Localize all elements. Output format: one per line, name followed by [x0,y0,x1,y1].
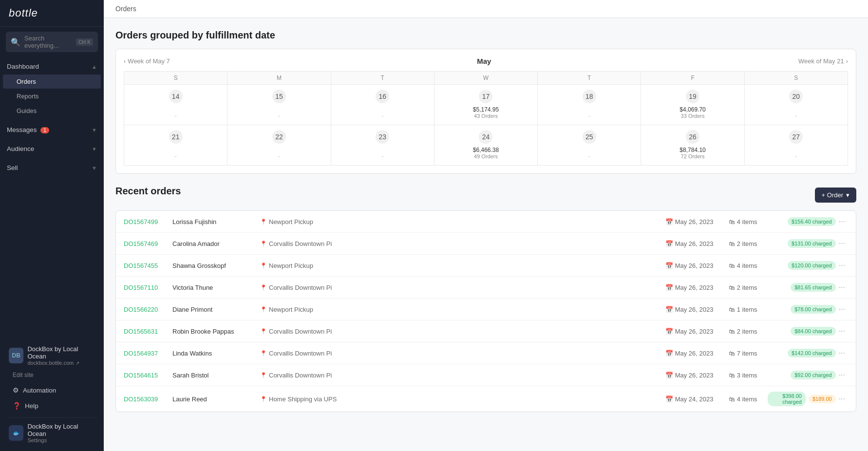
order-id[interactable]: DO1567499 [124,218,172,226]
table-row[interactable]: DO1567469 Carolina Amador 📍Corvallis Dow… [116,233,856,255]
audience-nav-header[interactable]: Audience ▼ [0,141,104,156]
calendar-day-21[interactable]: 21 - [124,125,227,166]
status-badge: $120.00 charged [788,261,836,270]
bag-icon: 🛍 [729,240,735,247]
main-content: Orders Orders grouped by fulfillment dat… [104,0,868,451]
order-id[interactable]: DO1566220 [124,306,172,313]
table-row[interactable]: DO1564937 Linda Watkins 📍Corvallis Downt… [116,342,856,364]
calendar-day-22[interactable]: 22 - [227,125,331,166]
site-name: DockBox by Local Ocean [27,345,95,360]
sell-nav-header[interactable]: Sell ▼ [0,160,104,175]
calendar-day-24[interactable]: 24 $6,466.38 49 Orders [434,125,538,166]
dashboard-section: Dashboard ▲ Orders Reports Guides [0,57,104,120]
edit-site-link[interactable]: Edit site [6,370,98,382]
order-id[interactable]: DO1567110 [124,284,172,291]
order-menu-btn[interactable]: ··· [836,326,848,337]
calendar-title: Orders grouped by fulfillment date [115,30,856,41]
calendar-icon: 📅 [665,284,673,291]
calendar-day-26[interactable]: 26 $8,784.10 72 Orders [641,125,744,166]
settings-section[interactable]: 🐟 DockBox by Local Ocean Settings [6,417,98,447]
calendar-day-19[interactable]: 19 $4,069.70 33 Orders [641,85,744,125]
site-icon: DB [9,348,23,363]
order-items: 🛍7 items [729,350,768,357]
settings-site-name: DockBox by Local Ocean [27,423,95,437]
sidebar-item-orders[interactable]: Orders [3,75,101,89]
calendar-day-15[interactable]: 15 - [227,85,331,125]
order-menu-btn[interactable]: ··· [836,282,848,293]
help-label: Help [25,402,38,410]
order-menu-btn[interactable]: ··· [836,394,848,404]
calendar-day-23[interactable]: 23 - [331,125,434,166]
calendar-icon: 📅 [665,350,673,357]
prev-week-btn[interactable]: ‹ Week of May 7 [124,57,170,65]
order-id[interactable]: DO1567455 [124,262,172,269]
day-header-s1: S [124,72,227,85]
order-menu-btn[interactable]: ··· [836,304,848,315]
calendar-month: May [477,57,491,65]
order-menu-btn[interactable]: ··· [836,260,848,271]
table-row[interactable]: DO1566220 Diane Primont 📍Newport Pickup … [116,299,856,320]
order-items: 🛍3 items [729,372,768,379]
bag-icon: 🛍 [729,306,735,313]
day-header-f: F [641,72,744,85]
add-order-label: + Order [822,191,843,199]
location-icon: 📍 [260,396,267,402]
next-week-btn[interactable]: Week of May 21 › [798,57,848,65]
chevron-up-icon: ▲ [92,64,97,70]
calendar-day-20[interactable]: 20 - [745,85,848,125]
table-row[interactable]: DO1565631 Robin Brooke Pappas 📍Corvallis… [116,320,856,342]
day-header-w: W [434,72,538,85]
dashboard-nav-header[interactable]: Dashboard ▲ [0,59,104,74]
order-menu-btn[interactable]: ··· [836,370,848,380]
messages-nav-header[interactable]: Messages 1 ▼ [0,122,104,137]
recent-orders-title: Recent orders [115,186,181,197]
table-row[interactable]: DO1567110 Victoria Thune 📍Corvallis Down… [116,277,856,299]
table-row[interactable]: DO1563039 Laurie Reed 📍Home Shipping via… [116,386,856,412]
table-row[interactable]: DO1567455 Shawna Grosskopf 📍Newport Pick… [116,255,856,277]
status-badge: $131.00 charged [788,239,836,248]
location-icon: 📍 [260,241,267,247]
sell-label: Sell [7,164,18,171]
recent-orders-header: Recent orders + Order ▾ [115,186,856,205]
dashboard-label: Dashboard [7,63,39,70]
order-name: Carolina Amador [172,240,260,247]
table-row[interactable]: DO1567499 Lorissa Fujishin 📍Newport Pick… [116,211,856,233]
bag-icon: 🛍 [729,262,735,269]
table-row[interactable]: DO1564615 Sarah Bristol 📍Corvallis Downt… [116,364,856,386]
order-menu-btn[interactable]: ··· [836,348,848,358]
automation-nav[interactable]: ⚙ Automation [6,382,98,398]
chevron-right-icon: › [846,57,848,65]
order-items: 🛍4 items [729,218,768,226]
order-menu-btn[interactable]: ··· [836,238,848,249]
add-order-button[interactable]: + Order ▾ [815,188,856,203]
order-id[interactable]: DO1567469 [124,240,172,247]
order-id[interactable]: DO1564615 [124,372,172,379]
day-header-s2: S [745,72,848,85]
calendar-day-14[interactable]: 14 - [124,85,227,125]
order-name: Lorissa Fujishin [172,218,260,226]
bag-icon: 🛍 [729,218,735,226]
order-id[interactable]: DO1564937 [124,350,172,357]
settings-info: DockBox by Local Ocean Settings [27,423,95,443]
order-date: 📅May 24, 2023 [665,395,729,403]
order-id[interactable]: DO1563039 [124,395,172,403]
calendar-day-17[interactable]: 17 $5,174.95 43 Orders [434,85,538,125]
calendar-day-25[interactable]: 25 - [538,125,641,166]
calendar-day-16[interactable]: 16 - [331,85,434,125]
messages-label: Messages 1 [7,126,49,133]
order-location: 📍Corvallis Downtown Pi [260,372,665,379]
calendar-day-27[interactable]: 27 - [745,125,848,166]
site-info: DockBox by Local Ocean dockbox.bottle.co… [27,345,95,366]
calendar-day-18[interactable]: 18 - [538,85,641,125]
order-status: $78.00 charged [768,305,836,314]
sidebar-item-reports[interactable]: Reports [3,89,101,103]
order-menu-btn[interactable]: ··· [836,216,848,227]
order-id[interactable]: DO1565631 [124,328,172,335]
help-nav[interactable]: ❓ Help [6,398,98,413]
sidebar-item-guides[interactable]: Guides [3,104,101,118]
search-bar[interactable]: 🔍 Search everything... Ctrl K [6,32,98,52]
status-badge: $92.00 charged [791,371,835,379]
status-badge: $142.00 charged [788,349,836,357]
sidebar: bottle 🔍 Search everything... Ctrl K Das… [0,0,104,451]
site-link[interactable]: DB DockBox by Local Ocean dockbox.bottle… [6,341,98,370]
